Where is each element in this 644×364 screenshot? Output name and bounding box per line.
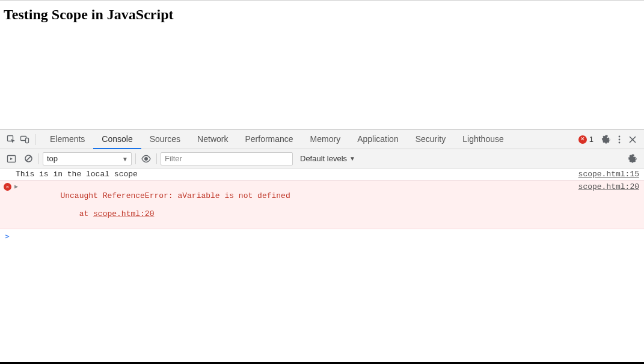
sidebar-toggle-icon[interactable] — [5, 152, 18, 165]
devtools-panel: Elements Console Sources Network Perform… — [0, 129, 644, 364]
devtools-tabs: Elements Console Sources Network Perform… — [41, 130, 512, 149]
console-prompt[interactable]: > — [0, 229, 644, 243]
device-toolbar-icon[interactable] — [18, 133, 31, 146]
console-settings-gear-icon[interactable] — [626, 152, 639, 165]
stack-source-link[interactable]: scope.html:20 — [93, 209, 154, 218]
tab-security[interactable]: Security — [407, 130, 455, 149]
close-icon[interactable] — [626, 133, 639, 146]
svg-rect-2 — [26, 138, 29, 143]
inspect-element-icon[interactable] — [5, 133, 18, 146]
tab-memory[interactable]: Memory — [302, 130, 349, 149]
console-messages: This is in the local scope scope.html:15… — [0, 168, 644, 364]
console-error-row: ▶ Uncaught ReferenceError: aVariable is … — [0, 180, 644, 229]
kebab-menu-icon[interactable] — [613, 133, 626, 146]
separator — [156, 153, 157, 164]
separator — [135, 153, 136, 164]
tab-console[interactable]: Console — [93, 130, 141, 149]
tab-performance[interactable]: Performance — [236, 130, 301, 149]
tab-sources[interactable]: Sources — [141, 130, 189, 149]
svg-point-5 — [619, 141, 621, 143]
gear-icon[interactable] — [600, 133, 613, 146]
error-count-value: 1 — [589, 135, 593, 144]
error-icon — [578, 135, 587, 144]
page-content: Testing Scope in JavaScript — [0, 1, 644, 129]
source-link[interactable]: scope.html:15 — [578, 170, 639, 179]
disclosure-triangle-icon[interactable]: ▶ — [14, 183, 18, 190]
page-title: Testing Scope in JavaScript — [4, 7, 640, 23]
console-toolbar: top ▼ Default levels ▼ — [0, 149, 644, 168]
tab-lighthouse[interactable]: Lighthouse — [454, 130, 512, 149]
eye-icon[interactable] — [140, 152, 153, 165]
log-levels-label: Default levels — [300, 154, 347, 163]
tab-elements[interactable]: Elements — [41, 130, 93, 149]
devtools-tabbar: Elements Console Sources Network Perform… — [0, 130, 644, 149]
tab-application[interactable]: Application — [349, 130, 407, 149]
chevron-down-icon: ▼ — [349, 155, 355, 162]
error-icon — [4, 183, 11, 191]
error-text: Uncaught ReferenceError: aVariable is no… — [16, 182, 578, 227]
filter-input[interactable] — [161, 152, 293, 165]
clear-console-icon[interactable] — [22, 152, 35, 165]
context-select-value: top — [47, 154, 58, 163]
log-levels-dropdown[interactable]: Default levels ▼ — [296, 154, 359, 163]
log-text: This is in the local scope — [16, 170, 578, 179]
console-log-row: This is in the local scope scope.html:15 — [0, 168, 644, 180]
source-link[interactable]: scope.html:20 — [578, 182, 639, 191]
separator — [35, 134, 35, 145]
svg-point-3 — [619, 135, 621, 137]
tab-network[interactable]: Network — [189, 130, 236, 149]
prompt-chevron-icon: > — [5, 232, 10, 241]
svg-point-8 — [145, 157, 148, 160]
chevron-down-icon: ▼ — [122, 155, 128, 162]
svg-point-4 — [619, 138, 621, 140]
error-count-badge[interactable]: 1 — [578, 135, 593, 144]
context-select[interactable]: top ▼ — [43, 152, 132, 165]
separator — [38, 153, 39, 164]
